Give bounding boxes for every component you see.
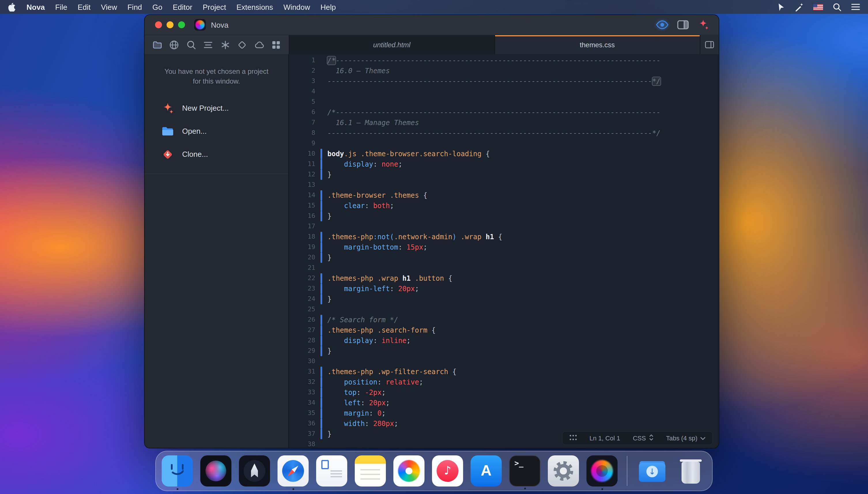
issues-asterisk-icon[interactable] [220,39,230,50]
indent-grid-button[interactable] [570,435,577,441]
code-editor[interactable]: 1/*-------------------------------------… [289,54,719,448]
code-line[interactable]: 16} [289,211,719,221]
menu-app-name[interactable]: Nova [21,3,50,11]
code-line[interactable]: 15 clear: both; [289,201,719,211]
code-line[interactable]: 3---------------------------------------… [289,76,719,87]
split-view-icon[interactable] [677,20,689,30]
code-line[interactable]: 19 margin-bottom: 15px; [289,242,719,252]
code-line[interactable]: 28 display: inline; [289,336,719,346]
menu-project[interactable]: Project [197,3,231,11]
code-line[interactable]: 10body.js .theme-browser.search-loading … [289,149,719,159]
change-indicator [321,346,322,356]
code-line[interactable]: 31.themes-php .wp-filter-search { [289,367,719,377]
extensions-grid-icon[interactable] [271,39,281,50]
code-line[interactable]: 30 [289,356,719,367]
menu-view[interactable]: View [96,3,122,11]
menu-window[interactable]: Window [278,3,315,11]
files-folder-icon[interactable] [152,39,162,50]
editor-layout-button[interactable] [700,35,719,54]
cursor-position[interactable]: Ln 1, Col 1 [590,435,620,441]
tab-width-selector[interactable]: Tabs (4 sp) [666,435,706,441]
code-line[interactable]: 13 [289,180,719,190]
menu-help[interactable]: Help [315,3,341,11]
code-line[interactable]: 12} [289,169,719,180]
dock-launchpad-icon[interactable] [239,455,270,487]
dock-photos-icon[interactable] [393,455,424,487]
menu-extensions[interactable]: Extensions [231,3,278,11]
dock-notes-icon[interactable] [355,455,386,487]
menu-file[interactable]: File [50,3,73,11]
code-line[interactable]: 36 width: 280px; [289,418,719,429]
dock-downloads-icon[interactable] [637,455,668,487]
cloud-icon[interactable] [254,39,264,50]
code-line[interactable]: 5 [289,97,719,107]
code-line[interactable]: 23 margin-left: 20px; [289,284,719,294]
dock-trash-icon[interactable] [675,455,706,487]
code-line[interactable]: 34 left: 20px; [289,398,719,408]
extensions-sparkle-icon[interactable] [697,19,710,31]
dock-siri-icon[interactable] [200,455,231,487]
tab-themes-css[interactable]: themes.css [494,35,700,54]
clone-button[interactable]: Clone... [144,142,288,167]
code-line[interactable]: 4 [289,87,719,97]
menu-find[interactable]: Find [122,3,147,11]
code-line[interactable]: 24} [289,294,719,304]
tab-untitled-html[interactable]: untitled.html [289,35,494,54]
tasks-diamond-icon[interactable] [237,39,247,50]
code-line[interactable]: 26/* Search form */ [289,315,719,325]
dock-settings-icon[interactable] [548,455,579,487]
menu-editor[interactable]: Editor [168,3,198,11]
code-line[interactable]: 22.themes-php .wrap h1 .button { [289,273,719,284]
remote-globe-icon[interactable] [169,39,179,50]
code-line[interactable]: 18.themes-php:not(.network-admin) .wrap … [289,232,719,242]
wand-icon[interactable] [795,3,804,11]
code-line[interactable]: 33 top: -2px; [289,387,719,398]
code-line[interactable]: 6/*-------------------------------------… [289,107,719,118]
code-line[interactable]: 11 display: none; [289,159,719,169]
preview-eye-icon[interactable] [656,20,669,30]
change-indicator [321,325,322,336]
dock-appstore-icon[interactable] [470,455,502,487]
new-project-button[interactable]: New Project... [144,96,288,120]
code-line[interactable]: 1/*-------------------------------------… [289,55,719,66]
code-line[interactable]: 9 [289,138,719,149]
title-bar[interactable]: Nova [144,15,719,35]
code-line[interactable]: 14.theme-browser .themes { [289,190,719,201]
search-icon[interactable] [186,39,196,50]
menu-go[interactable]: Go [147,3,168,11]
code-line[interactable]: 17 [289,221,719,232]
code-line[interactable]: 35 margin: 0; [289,408,719,418]
open-button[interactable]: Open... [144,120,288,142]
code-line[interactable]: 27.themes-php .search-form { [289,325,719,336]
line-number: 26 [289,315,321,325]
dock-terminal-icon[interactable] [509,455,540,487]
symbols-lines-icon[interactable] [203,39,214,50]
code-line[interactable]: 2 16.0 — Themes [289,66,719,76]
line-number: 36 [289,418,321,429]
menu-edit[interactable]: Edit [73,3,96,11]
zoom-button[interactable] [178,21,185,28]
dock-nova-icon[interactable] [586,455,618,487]
code-line[interactable]: 20} [289,252,719,263]
code-line[interactable]: 8---------------------------------------… [289,128,719,138]
code-line[interactable]: 7 16.1 — Manage Themes [289,118,719,128]
dock-finder-icon[interactable] [162,455,193,487]
dock-music-icon[interactable] [432,455,463,487]
dock-safari-icon[interactable] [277,455,309,487]
code-line[interactable]: 25 [289,304,719,315]
minimize-button[interactable] [167,21,173,28]
dock-mail-icon[interactable] [316,455,347,487]
indent-grid-icon [570,435,577,441]
change-indicator [321,429,322,439]
cursor-icon[interactable] [777,3,785,11]
us-flag-icon[interactable] [813,4,823,10]
change-indicator [321,149,322,159]
spotlight-search-icon[interactable] [833,3,842,11]
menu-list-icon[interactable] [851,3,860,11]
language-selector[interactable]: CSS [633,434,653,442]
code-line[interactable]: 32 position: relative; [289,377,719,387]
code-line[interactable]: 21 [289,263,719,273]
close-button[interactable] [155,21,162,28]
apple-menu-icon[interactable] [8,3,16,11]
code-line[interactable]: 29} [289,346,719,356]
